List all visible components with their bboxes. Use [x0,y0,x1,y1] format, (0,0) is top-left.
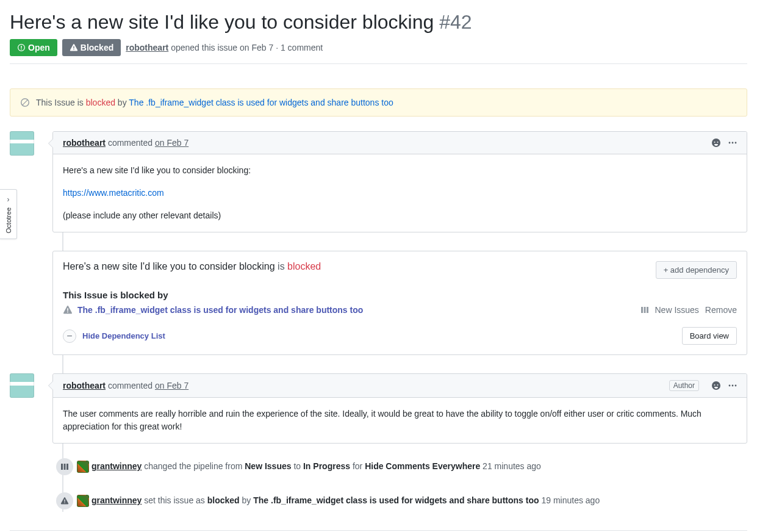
dependency-title: Here's a new site I'd like you to consid… [63,261,321,272]
dependency-column-link[interactable]: New Issues [655,305,699,315]
banner-prefix: This Issue is [36,98,84,107]
avatar-small[interactable] [77,495,89,507]
dep-status: blocked [287,261,321,271]
comment-body: Here's a new site I'd like you to consid… [53,154,747,232]
dependency-card: Here's a new site I'd like you to consid… [52,251,747,355]
comment-item: robotheart commented on Feb 7 Author [52,373,747,444]
comment-box: robotheart commented on Feb 7 Author [52,373,747,444]
comment-author-link[interactable]: robotheart [63,381,106,390]
columns-icon [60,462,69,471]
avatar[interactable] [10,131,34,156]
banner-blocking-link[interactable]: The .fb_iframe_widget class is used for … [129,98,393,107]
svg-point-8 [735,385,737,387]
avatar[interactable] [10,373,34,398]
alert-icon [70,43,78,52]
kebab-menu-button[interactable] [728,381,737,390]
svg-rect-10 [64,464,66,470]
dependency-row: The .fb_iframe_widget class is used for … [63,305,737,315]
comment-text: Here's a new site I'd like you to consid… [63,164,737,177]
blocked-by-heading: This Issue is blocked by [63,290,737,300]
comment-author-link[interactable]: robotheart [63,138,106,148]
issue-meta-row: Open Blocked robotheart opened this issu… [10,39,747,64]
collapse-toggle-button[interactable]: − [63,329,76,343]
event-badge [56,492,73,509]
emoji-react-button[interactable] [711,138,721,148]
chevron-right-icon: › [7,195,10,204]
event-timestamp: 21 minutes ago [483,461,541,471]
hide-dependency-list-link[interactable]: Hide Dependency List [82,331,165,340]
issue-header: Here's a new site I'd like you to consid… [10,10,747,64]
alert-icon [63,305,73,315]
dependency-link[interactable]: The .fb_iframe_widget class is used for … [77,305,363,315]
open-badge-label: Open [28,43,50,52]
comment-item: robotheart commented on Feb 7 [52,131,747,232]
blocked-banner: This Issue is blocked by The .fb_iframe_… [10,88,747,117]
svg-point-2 [735,142,737,144]
svg-rect-3 [641,307,643,313]
issue-author-link[interactable]: robotheart [126,43,168,52]
octotree-toggle[interactable]: › Octotree [0,189,17,239]
board-view-button[interactable]: Board view [682,327,737,345]
svg-point-7 [732,385,734,387]
comment-body: The user comments are really horrible an… [53,398,747,443]
footer-divider [10,530,747,531]
issue-meta-text: robotheart opened this issue on Feb 7 · … [126,43,323,52]
emoji-react-button[interactable] [711,381,721,390]
comment-action: commented [108,138,152,148]
blocked-badge: Blocked [62,39,121,56]
comment-text: (please include any other relevant detai… [63,209,737,222]
blocked-badge-label: Blocked [81,43,113,52]
open-badge: Open [10,39,57,56]
event-author-link[interactable]: grantwinney [91,495,142,505]
comment-header: robotheart commented on Feb 7 [53,132,747,154]
author-badge: Author [669,380,699,391]
timeline: robotheart commented on Feb 7 [52,131,747,512]
issue-open-icon [17,43,26,52]
issue-title: Here's a new site I'd like you to consid… [10,10,747,34]
timeline-event: grantwinney set this issue as blocked by… [52,490,747,512]
opened-text: opened this issue [171,43,237,52]
comment-text: The user comments are really horrible an… [63,408,737,433]
timeline-event: grantwinney changed the pipeline from Ne… [52,456,747,478]
comment-count: 1 comment [281,43,323,52]
svg-point-1 [732,142,734,144]
svg-rect-5 [647,307,648,313]
opened-date: on Feb 7 [240,43,273,52]
svg-rect-4 [644,307,645,313]
comment-date-link[interactable]: on Feb 7 [155,381,188,390]
comment-action: commented [108,381,152,390]
banner-status: blocked [86,98,115,107]
alert-icon [60,497,69,505]
columns-icon [640,306,649,314]
comment-header: robotheart commented on Feb 7 Author [53,374,747,398]
comment-date-link[interactable]: on Feb 7 [155,138,188,148]
issue-title-text: Here's a new site I'd like you to consid… [10,11,434,33]
octotree-label: Octotree [5,207,12,233]
svg-rect-11 [66,464,68,470]
comment-link[interactable]: https://www.metacritic.com [63,188,164,198]
event-timestamp: 19 minutes ago [541,495,600,505]
add-dependency-button[interactable]: + add dependency [656,261,737,279]
remove-dependency-link[interactable]: Remove [705,305,737,315]
svg-point-0 [729,142,731,144]
comment-box: robotheart commented on Feb 7 [52,131,747,232]
banner-by: by [118,98,127,107]
issue-number: #42 [439,11,472,33]
event-author-link[interactable]: grantwinney [91,461,142,471]
not-allowed-icon [20,98,30,107]
svg-point-6 [729,385,731,387]
event-badge [56,458,73,475]
kebab-menu-button[interactable] [728,138,737,147]
avatar-small[interactable] [77,461,89,473]
svg-rect-9 [61,464,63,470]
